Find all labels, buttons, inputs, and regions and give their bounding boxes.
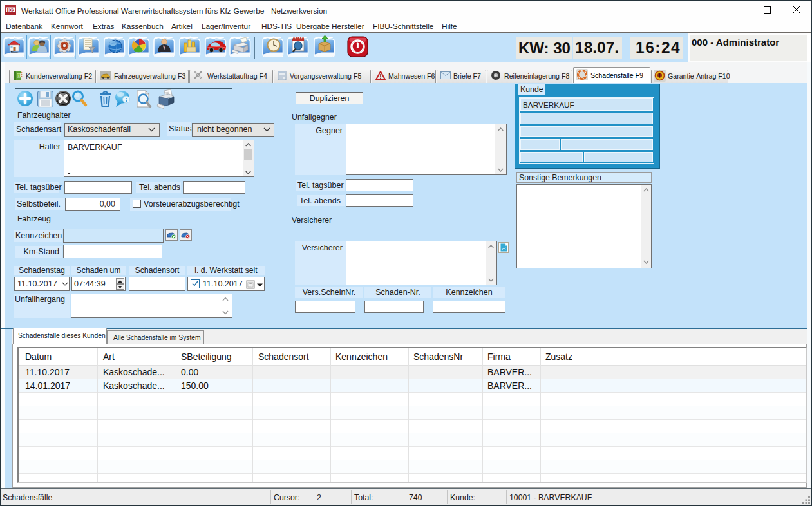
- svg-text:HDS: HDS: [6, 8, 15, 12]
- svg-text:1: 1: [17, 74, 19, 78]
